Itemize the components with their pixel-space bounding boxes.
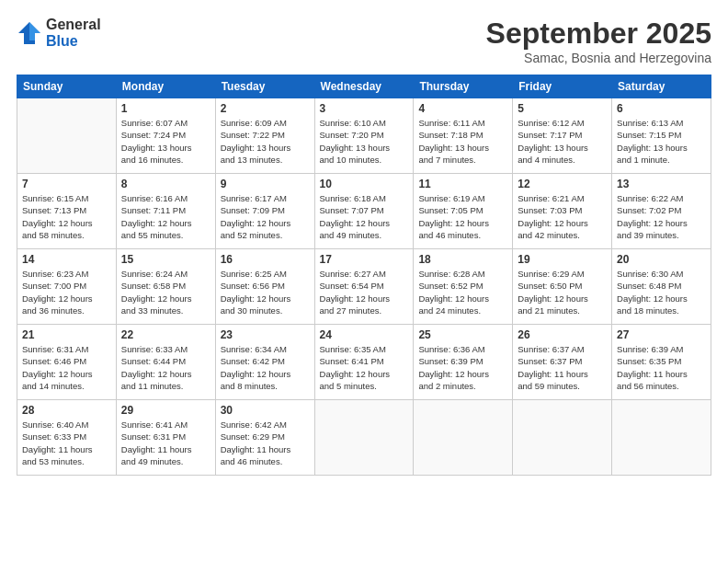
logo: General Blue <box>17 17 101 49</box>
calendar-cell: 22Sunrise: 6:33 AM Sunset: 6:44 PM Dayli… <box>116 325 215 400</box>
day-number: 14 <box>22 253 111 266</box>
calendar-cell: 26Sunrise: 6:37 AM Sunset: 6:37 PM Dayli… <box>513 325 612 400</box>
svg-marker-1 <box>29 22 40 40</box>
calendar-header-wednesday: Wednesday <box>314 75 414 98</box>
day-number: 20 <box>617 253 706 266</box>
calendar-header-monday: Monday <box>116 75 215 98</box>
day-info: Sunrise: 6:27 AM Sunset: 6:54 PM Dayligh… <box>320 268 409 316</box>
title-block: September 2025 Samac, Bosnia and Herzego… <box>486 17 711 65</box>
calendar-week-5: 28Sunrise: 6:40 AM Sunset: 6:33 PM Dayli… <box>17 400 711 476</box>
day-number: 25 <box>418 328 507 341</box>
day-info: Sunrise: 6:37 AM Sunset: 6:37 PM Dayligh… <box>518 343 607 392</box>
day-info: Sunrise: 6:19 AM Sunset: 7:05 PM Dayligh… <box>418 192 507 241</box>
day-number: 7 <box>22 178 111 190</box>
day-info: Sunrise: 6:30 AM Sunset: 6:48 PM Dayligh… <box>617 268 706 316</box>
calendar-cell: 7Sunrise: 6:15 AM Sunset: 7:13 PM Daylig… <box>17 174 117 249</box>
calendar-cell: 18Sunrise: 6:28 AM Sunset: 6:52 PM Dayli… <box>414 249 513 325</box>
day-number: 19 <box>518 253 607 266</box>
logo-text: General Blue <box>46 17 101 49</box>
day-number: 29 <box>121 404 210 417</box>
calendar-cell: 8Sunrise: 6:16 AM Sunset: 7:11 PM Daylig… <box>116 174 215 249</box>
logo-blue-label: Blue <box>46 33 101 50</box>
day-info: Sunrise: 6:42 AM Sunset: 6:29 PM Dayligh… <box>221 419 310 467</box>
day-number: 18 <box>418 253 507 266</box>
calendar-week-2: 7Sunrise: 6:15 AM Sunset: 7:13 PM Daylig… <box>17 174 711 249</box>
day-number: 28 <box>22 404 111 417</box>
calendar-cell: 1Sunrise: 6:07 AM Sunset: 7:24 PM Daylig… <box>116 98 215 174</box>
header: General Blue September 2025 Samac, Bosni… <box>17 17 711 65</box>
calendar-cell: 30Sunrise: 6:42 AM Sunset: 6:29 PM Dayli… <box>215 400 314 476</box>
day-info: Sunrise: 6:22 AM Sunset: 7:02 PM Dayligh… <box>617 192 706 241</box>
calendar-cell: 11Sunrise: 6:19 AM Sunset: 7:05 PM Dayli… <box>414 174 513 249</box>
day-number: 15 <box>121 253 210 266</box>
calendar-cell: 14Sunrise: 6:23 AM Sunset: 7:00 PM Dayli… <box>17 249 117 325</box>
calendar-header-row: SundayMondayTuesdayWednesdayThursdayFrid… <box>17 75 711 98</box>
calendar-cell <box>17 98 117 174</box>
calendar-table: SundayMondayTuesdayWednesdayThursdayFrid… <box>17 75 711 476</box>
calendar-cell: 2Sunrise: 6:09 AM Sunset: 7:22 PM Daylig… <box>215 98 314 174</box>
calendar-cell: 5Sunrise: 6:12 AM Sunset: 7:17 PM Daylig… <box>513 98 612 174</box>
calendar-cell: 23Sunrise: 6:34 AM Sunset: 6:42 PM Dayli… <box>215 325 314 400</box>
calendar-cell: 10Sunrise: 6:18 AM Sunset: 7:07 PM Dayli… <box>314 174 414 249</box>
day-info: Sunrise: 6:07 AM Sunset: 7:24 PM Dayligh… <box>121 117 210 166</box>
day-number: 9 <box>221 178 310 190</box>
day-number: 4 <box>418 102 507 115</box>
day-info: Sunrise: 6:33 AM Sunset: 6:44 PM Dayligh… <box>121 343 210 392</box>
day-number: 22 <box>121 328 210 341</box>
day-number: 5 <box>518 102 607 115</box>
day-number: 6 <box>617 102 706 115</box>
calendar-week-4: 21Sunrise: 6:31 AM Sunset: 6:46 PM Dayli… <box>17 325 711 400</box>
calendar-cell: 16Sunrise: 6:25 AM Sunset: 6:56 PM Dayli… <box>215 249 314 325</box>
day-number: 16 <box>221 253 310 266</box>
calendar-cell: 4Sunrise: 6:11 AM Sunset: 7:18 PM Daylig… <box>414 98 513 174</box>
day-number: 12 <box>518 178 607 190</box>
day-number: 26 <box>518 328 607 341</box>
day-number: 11 <box>418 178 507 190</box>
day-info: Sunrise: 6:23 AM Sunset: 7:00 PM Dayligh… <box>22 268 111 316</box>
day-info: Sunrise: 6:21 AM Sunset: 7:03 PM Dayligh… <box>518 192 607 241</box>
day-info: Sunrise: 6:16 AM Sunset: 7:11 PM Dayligh… <box>121 192 210 241</box>
day-info: Sunrise: 6:17 AM Sunset: 7:09 PM Dayligh… <box>221 192 310 241</box>
calendar-header-tuesday: Tuesday <box>215 75 314 98</box>
calendar-week-3: 14Sunrise: 6:23 AM Sunset: 7:00 PM Dayli… <box>17 249 711 325</box>
calendar-cell: 17Sunrise: 6:27 AM Sunset: 6:54 PM Dayli… <box>314 249 414 325</box>
day-number: 27 <box>617 328 706 341</box>
day-number: 17 <box>320 253 409 266</box>
calendar-cell: 6Sunrise: 6:13 AM Sunset: 7:15 PM Daylig… <box>612 98 711 174</box>
logo-general-label: General <box>46 17 101 33</box>
day-info: Sunrise: 6:35 AM Sunset: 6:41 PM Dayligh… <box>320 343 409 392</box>
day-number: 3 <box>320 102 409 115</box>
day-number: 8 <box>121 178 210 190</box>
calendar-header-friday: Friday <box>513 75 612 98</box>
calendar-cell: 28Sunrise: 6:40 AM Sunset: 6:33 PM Dayli… <box>17 400 117 476</box>
calendar-header-sunday: Sunday <box>17 75 117 98</box>
page: General Blue September 2025 Samac, Bosni… <box>0 0 728 563</box>
calendar-cell: 12Sunrise: 6:21 AM Sunset: 7:03 PM Dayli… <box>513 174 612 249</box>
day-number: 23 <box>221 328 310 341</box>
day-number: 1 <box>121 102 210 115</box>
day-number: 30 <box>221 404 310 417</box>
day-info: Sunrise: 6:29 AM Sunset: 6:50 PM Dayligh… <box>518 268 607 316</box>
calendar-week-1: 1Sunrise: 6:07 AM Sunset: 7:24 PM Daylig… <box>17 98 711 174</box>
day-info: Sunrise: 6:18 AM Sunset: 7:07 PM Dayligh… <box>320 192 409 241</box>
day-info: Sunrise: 6:28 AM Sunset: 6:52 PM Dayligh… <box>418 268 507 316</box>
day-info: Sunrise: 6:40 AM Sunset: 6:33 PM Dayligh… <box>22 419 111 467</box>
calendar-header-thursday: Thursday <box>414 75 513 98</box>
calendar-cell: 27Sunrise: 6:39 AM Sunset: 6:35 PM Dayli… <box>612 325 711 400</box>
calendar-cell: 3Sunrise: 6:10 AM Sunset: 7:20 PM Daylig… <box>314 98 414 174</box>
calendar-cell: 13Sunrise: 6:22 AM Sunset: 7:02 PM Dayli… <box>612 174 711 249</box>
day-number: 2 <box>221 102 310 115</box>
day-info: Sunrise: 6:15 AM Sunset: 7:13 PM Dayligh… <box>22 192 111 241</box>
day-number: 24 <box>320 328 409 341</box>
calendar-cell: 19Sunrise: 6:29 AM Sunset: 6:50 PM Dayli… <box>513 249 612 325</box>
day-info: Sunrise: 6:31 AM Sunset: 6:46 PM Dayligh… <box>22 343 111 392</box>
day-info: Sunrise: 6:41 AM Sunset: 6:31 PM Dayligh… <box>121 419 210 467</box>
day-info: Sunrise: 6:10 AM Sunset: 7:20 PM Dayligh… <box>320 117 409 166</box>
day-number: 21 <box>22 328 111 341</box>
day-info: Sunrise: 6:34 AM Sunset: 6:42 PM Dayligh… <box>221 343 310 392</box>
calendar-cell <box>314 400 414 476</box>
day-info: Sunrise: 6:12 AM Sunset: 7:17 PM Dayligh… <box>518 117 607 166</box>
calendar-cell: 24Sunrise: 6:35 AM Sunset: 6:41 PM Dayli… <box>314 325 414 400</box>
calendar-cell: 21Sunrise: 6:31 AM Sunset: 6:46 PM Dayli… <box>17 325 117 400</box>
day-info: Sunrise: 6:13 AM Sunset: 7:15 PM Dayligh… <box>617 117 706 166</box>
